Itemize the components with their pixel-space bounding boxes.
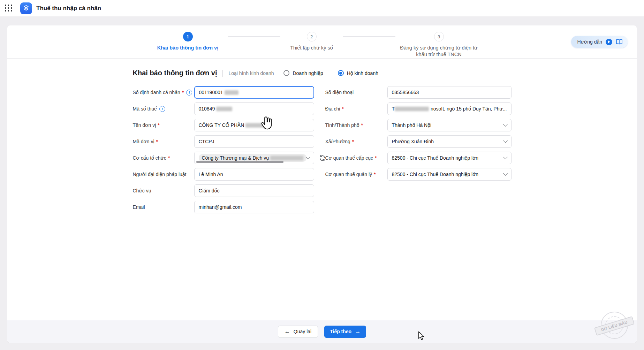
masked-text: [245, 123, 266, 128]
chevron-down-icon[interactable]: [503, 138, 508, 143]
field-label: Địa chỉ: [325, 106, 340, 112]
co-quan-thue-cap-cuc-select[interactable]: 82500 - Chi cục Thuế Doanh nghiệp lớn: [387, 152, 512, 164]
right-arrow-icon: →: [355, 329, 361, 334]
stepper-connector: [343, 36, 395, 37]
required-mark: *: [374, 172, 376, 177]
so-dinh-danh-input[interactable]: 001190001: [194, 86, 314, 99]
field-row-ten-don-vi: Tên đơn vị * CÔNG TY CỔ PHẦN: [133, 119, 314, 131]
chevron-down-icon[interactable]: [503, 155, 508, 159]
radio-unchecked-icon[interactable]: [283, 70, 289, 76]
back-button[interactable]: ← Quay lại: [278, 326, 318, 338]
nguoi-dai-dien-input[interactable]: Lê Minh An: [194, 168, 314, 181]
ma-don-vi-input[interactable]: CTCPJ: [194, 135, 314, 148]
next-button[interactable]: Tiếp theo →: [324, 326, 366, 338]
app-launcher-grid-icon[interactable]: [5, 5, 13, 12]
field-label: Email: [133, 204, 145, 210]
field-row-tinh-thanh-pho: Tỉnh/Thành phố * Thành phố Hà Nội: [325, 119, 512, 131]
field-label: Số định danh cá nhân: [133, 90, 180, 95]
title-divider: [222, 70, 223, 77]
help-button[interactable]: Hướng dẫn: [571, 36, 628, 48]
field-label: Tỉnh/Thành phố: [325, 122, 359, 128]
masked-text: [216, 107, 232, 111]
radio-ho-kinh-doanh-label: Hộ kinh doanh: [347, 70, 378, 76]
required-mark: *: [361, 122, 363, 128]
step-1-label: Khai báo thông tin đơn vị: [157, 45, 218, 51]
step-3-circle[interactable]: 3: [434, 32, 444, 41]
field-label: Số điện thoại: [325, 90, 354, 95]
input-value: minhan@gmail.com: [199, 204, 242, 210]
field-label: Mã đơn vị: [133, 139, 154, 144]
field-label: Cơ cấu tổ chức: [133, 155, 166, 161]
guide-book-icon[interactable]: [616, 39, 623, 45]
chuc-vu-input[interactable]: Giám đốc: [194, 184, 314, 197]
masked-text: [225, 90, 238, 95]
stepper-connector: [228, 36, 280, 37]
stepper: 1 Khai báo thông tin đơn vị 2 Thiết lập …: [148, 25, 483, 58]
form-column-right: Số điện thoại 0355856663 Địa chỉ *: [325, 86, 512, 213]
chevron-down-icon[interactable]: [503, 171, 508, 176]
dia-chi-input[interactable]: T nosoft, ngõ 15 phố Duy Tân, Phư...: [387, 102, 512, 115]
radio-checked-icon[interactable]: [338, 70, 344, 76]
required-mark: *: [182, 90, 184, 95]
input-value: CÔNG TY CỔ PHẦN: [199, 122, 244, 128]
help-label: Hướng dẫn: [577, 39, 602, 45]
field-row-ma-don-vi: Mã đơn vị * CTCPJ: [133, 135, 314, 148]
field-row-so-dinh-danh: Số định danh cá nhân * i 001190001: [133, 86, 314, 99]
step-1-khai-bao[interactable]: 1 Khai báo thông tin đơn vị: [148, 32, 228, 51]
step-2-circle[interactable]: 2: [307, 32, 317, 41]
wizard-footer: ← Quay lại Tiếp theo →: [7, 320, 637, 343]
required-mark: *: [156, 139, 158, 144]
step-2-chu-ky-so[interactable]: 2 Thiết lập chữ ký số: [280, 32, 343, 51]
info-icon[interactable]: i: [159, 106, 165, 112]
field-row-dia-chi: Địa chỉ * T nosoft, ngõ 15 phố Duy Tân, …: [325, 102, 512, 115]
form-title: Khai báo thông tin đơn vị: [133, 69, 217, 77]
app-logo-icon[interactable]: [20, 2, 32, 14]
stepper-header: 1 Khai báo thông tin đơn vị 2 Thiết lập …: [7, 25, 637, 59]
tinh-thanh-pho-select[interactable]: Thành phố Hà Nội: [387, 119, 512, 131]
xa-phuong-select[interactable]: Phường Xuân Đỉnh: [387, 135, 512, 148]
field-row-co-quan-thue-cap-cuc: Cơ quan thuế cấp cục * 82500 - Chi cục T…: [325, 152, 512, 164]
info-icon[interactable]: i: [186, 90, 192, 96]
field-label: Tên đơn vị: [133, 122, 156, 128]
required-mark: *: [168, 155, 170, 161]
video-play-icon[interactable]: [606, 39, 612, 45]
form-column-left: Số định danh cá nhân * i 001190001: [133, 86, 314, 213]
field-row-nguoi-dai-dien: Người đại diện pháp luật Lê Minh An: [133, 168, 314, 181]
next-button-label: Tiếp theo: [330, 329, 351, 334]
horizontal-scrollbar[interactable]: [196, 161, 283, 163]
radio-ho-kinh-doanh[interactable]: Hộ kinh doanh: [338, 70, 378, 76]
radio-doanh-nghiep[interactable]: Doanh nghiệp: [283, 70, 323, 76]
field-row-ma-so-thue: Mã số thuế i 010849: [133, 102, 314, 115]
wizard-card: 1 Khai báo thông tin đơn vị 2 Thiết lập …: [7, 25, 637, 343]
select-value: Phường Xuân Đỉnh: [392, 139, 434, 144]
required-mark: *: [375, 155, 377, 161]
form-title-row: Khai báo thông tin đơn vị Loại hình kinh…: [133, 69, 512, 77]
masked-text: [395, 107, 429, 111]
chevron-down-icon[interactable]: [306, 155, 310, 159]
field-label: Mã số thuế: [133, 106, 157, 112]
masked-text: [270, 156, 303, 160]
required-mark: *: [158, 122, 159, 128]
input-value: 0355856663: [392, 90, 419, 95]
app-title: Thuế thu nhập cá nhân: [36, 5, 101, 12]
select-value: Công ty Thương mại & Dịch vụ: [202, 155, 269, 161]
select-value: 82500 - Chi cục Thuế Doanh nghiệp lớn: [392, 155, 479, 161]
field-label: Cơ quan thuế cấp cục: [325, 155, 373, 161]
input-value: CTCPJ: [199, 139, 214, 144]
email-input[interactable]: minhan@gmail.com: [194, 201, 314, 213]
co-cau-to-chuc-select[interactable]: Công ty Thương mại & Dịch vụ: [194, 152, 315, 164]
ten-don-vi-input[interactable]: CÔNG TY CỔ PHẦN: [194, 119, 314, 131]
ma-so-thue-input[interactable]: 010849: [194, 102, 314, 115]
input-value: 001190001: [199, 90, 223, 95]
step-3-dang-ky-chung-tu[interactable]: 3 Đăng ký sử dụng chứng từ điện tử khấu …: [395, 32, 483, 58]
field-row-xa-phuong: Xã/Phường * Phường Xuân Đỉnh: [325, 135, 512, 148]
input-value: 010849: [199, 106, 215, 112]
input-value-prefix: T: [392, 106, 395, 112]
co-quan-thue-quan-ly-select[interactable]: 82500 - Chi cục Thuế Doanh nghiệp lớn: [387, 168, 512, 181]
chevron-down-icon[interactable]: [503, 122, 508, 127]
so-dien-thoai-input[interactable]: 0355856663: [387, 86, 512, 99]
topbar: Thuế thu nhập cá nhân: [0, 0, 644, 16]
radio-doanh-nghiep-label: Doanh nghiệp: [293, 70, 323, 76]
refresh-icon[interactable]: [319, 155, 326, 161]
step-1-circle[interactable]: 1: [183, 32, 193, 41]
